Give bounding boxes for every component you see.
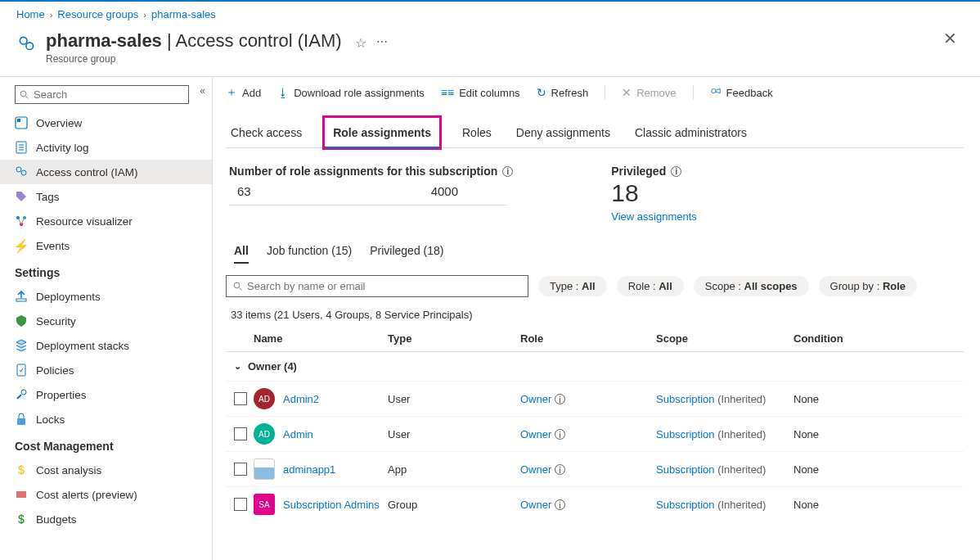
filter-tab-privileged[interactable]: Privileged (18) bbox=[370, 244, 443, 264]
svg-point-19 bbox=[21, 390, 26, 395]
sidebar-item-resource-visualizer[interactable]: Resource visualizer bbox=[0, 209, 212, 233]
sidebar-item-properties[interactable]: Properties bbox=[0, 382, 212, 407]
sidebar-item-cost-alerts-preview-[interactable]: Cost alerts (preview) bbox=[0, 482, 212, 507]
row-scope-link[interactable]: Subscription bbox=[656, 463, 715, 476]
row-checkbox[interactable] bbox=[234, 498, 247, 511]
filter-search[interactable] bbox=[226, 275, 528, 297]
page-header: pharma-sales | Access control (IAM) Reso… bbox=[0, 27, 980, 76]
row-condition: None bbox=[793, 428, 875, 440]
sidebar-search-input[interactable] bbox=[34, 88, 184, 101]
row-name-link[interactable]: Admin2 bbox=[283, 393, 319, 405]
sidebar-item-label: Properties bbox=[36, 389, 87, 401]
refresh-button[interactable]: ↻Refresh bbox=[537, 86, 589, 99]
row-checkbox[interactable] bbox=[234, 427, 247, 440]
events-icon: ⚡ bbox=[15, 239, 28, 252]
content-tabs: Check access Role assignments Roles Deny… bbox=[226, 118, 964, 148]
row-condition: None bbox=[793, 463, 875, 476]
breadcrumb-home[interactable]: Home bbox=[16, 8, 45, 20]
sidebar-item-label: Tags bbox=[36, 191, 60, 203]
toolbar-divider bbox=[605, 85, 605, 100]
col-header-name[interactable]: Name bbox=[254, 332, 388, 345]
sidebar-item-events[interactable]: ⚡Events bbox=[0, 233, 212, 258]
row-name-link[interactable]: Admin bbox=[283, 428, 313, 440]
row-scope-inherited: (Inherited) bbox=[717, 463, 766, 476]
row-role-link[interactable]: Owner bbox=[520, 428, 551, 440]
edit-columns-button[interactable]: ≡≡Edit columns bbox=[441, 86, 520, 99]
sidebar-item-deployments[interactable]: Deployments bbox=[0, 284, 212, 309]
toolbar-divider bbox=[693, 85, 694, 100]
sidebar-item-locks[interactable]: Locks bbox=[0, 407, 212, 431]
row-role-link[interactable]: Owner bbox=[520, 499, 551, 511]
filter-groupby-pill[interactable]: Group by : Role bbox=[819, 276, 917, 296]
sidebar-item-label: Overview bbox=[36, 117, 82, 129]
close-icon[interactable]: ✕ bbox=[943, 29, 957, 48]
download-button[interactable]: ⭳Download role assignments bbox=[277, 86, 425, 99]
stat-count-label: Number of role assignments for this subs… bbox=[229, 165, 513, 178]
breadcrumb-resource-groups[interactable]: Resource groups bbox=[57, 8, 138, 20]
tab-classic-admins[interactable]: Classic administrators bbox=[633, 118, 748, 147]
sidebar-item-security[interactable]: Security bbox=[0, 309, 212, 333]
info-icon[interactable]: i bbox=[671, 166, 681, 177]
row-scope-link[interactable]: Subscription bbox=[656, 428, 715, 440]
budgets-icon: $ bbox=[15, 513, 28, 526]
col-header-type[interactable]: Type bbox=[388, 332, 520, 345]
sidebar-search[interactable] bbox=[15, 85, 189, 104]
filter-tab-job-function[interactable]: Job function (15) bbox=[267, 244, 352, 264]
sidebar-item-label: Activity log bbox=[36, 142, 89, 154]
info-icon[interactable]: i bbox=[555, 464, 565, 475]
resource-group-icon bbox=[16, 34, 38, 57]
stat-count-max: 4000 bbox=[431, 184, 458, 198]
row-role-link[interactable]: Owner bbox=[520, 463, 551, 476]
row-name-link[interactable]: Subscription Admins bbox=[283, 499, 380, 511]
collapse-sidebar-icon[interactable]: « bbox=[200, 85, 205, 97]
row-scope-link[interactable]: Subscription bbox=[656, 393, 715, 405]
sidebar-item-deployment-stacks[interactable]: Deployment stacks bbox=[0, 333, 212, 358]
filter-type-pill[interactable]: Type : All bbox=[538, 276, 607, 296]
tab-role-assignments[interactable]: Role assignments bbox=[322, 115, 442, 150]
svg-rect-5 bbox=[17, 119, 20, 122]
info-icon[interactable]: i bbox=[555, 499, 565, 510]
remove-button: ✕Remove bbox=[622, 86, 676, 99]
tab-deny-assignments[interactable]: Deny assignments bbox=[515, 118, 612, 147]
breadcrumb: Home › Resource groups › pharma-sales bbox=[0, 2, 980, 27]
assignments-table: Name Type Role Scope Condition ⌄ Owner (… bbox=[226, 326, 964, 522]
row-checkbox[interactable] bbox=[234, 463, 247, 476]
row-checkbox[interactable] bbox=[234, 392, 247, 405]
sidebar-item-label: Locks bbox=[36, 413, 65, 426]
breadcrumb-current[interactable]: pharma-sales bbox=[151, 8, 216, 20]
group-row-owner[interactable]: ⌄ Owner (4) bbox=[226, 352, 964, 381]
favorite-star-icon[interactable]: ☆ bbox=[355, 35, 366, 51]
feedback-button[interactable]: Feedback bbox=[710, 86, 773, 100]
add-button[interactable]: ＋Add bbox=[226, 85, 261, 100]
info-icon[interactable]: i bbox=[502, 166, 513, 177]
filter-tab-all[interactable]: All bbox=[234, 244, 249, 264]
row-role-link[interactable]: Owner bbox=[520, 393, 551, 405]
sidebar-item-tags[interactable]: Tags bbox=[0, 184, 212, 209]
page-subtitle: Resource group bbox=[46, 53, 342, 65]
row-name-link[interactable]: adminapp1 bbox=[283, 463, 335, 476]
row-scope-link[interactable]: Subscription bbox=[656, 499, 715, 511]
info-icon[interactable]: i bbox=[555, 429, 565, 440]
row-type: User bbox=[388, 393, 520, 405]
col-header-scope[interactable]: Scope bbox=[656, 332, 793, 345]
sidebar-item-label: Security bbox=[36, 315, 76, 327]
sidebar-item-activity-log[interactable]: Activity log bbox=[0, 135, 212, 160]
sidebar-item-access-control-iam-[interactable]: Access control (IAM) bbox=[0, 160, 212, 184]
filter-role-pill[interactable]: Role : All bbox=[617, 276, 684, 296]
sidebar-item-label: Deployment stacks bbox=[36, 340, 129, 352]
filter-scope-pill[interactable]: Scope : All scopes bbox=[694, 276, 809, 296]
sidebar-item-cost-analysis[interactable]: $Cost analysis bbox=[0, 458, 212, 482]
sidebar-item-label: Events bbox=[36, 240, 70, 252]
col-header-role[interactable]: Role bbox=[520, 332, 656, 345]
svg-point-0 bbox=[20, 37, 27, 44]
filter-search-input[interactable] bbox=[247, 280, 521, 292]
tab-roles[interactable]: Roles bbox=[461, 118, 493, 147]
more-actions-icon[interactable]: ⋯ bbox=[376, 35, 389, 48]
col-header-condition[interactable]: Condition bbox=[793, 332, 875, 345]
sidebar-item-budgets[interactable]: $Budgets bbox=[0, 507, 212, 531]
tab-check-access[interactable]: Check access bbox=[229, 118, 303, 147]
info-icon[interactable]: i bbox=[555, 394, 565, 404]
sidebar-item-overview[interactable]: Overview bbox=[0, 111, 212, 135]
view-assignments-link[interactable]: View assignments bbox=[611, 210, 697, 223]
sidebar-item-policies[interactable]: Policies bbox=[0, 358, 212, 382]
